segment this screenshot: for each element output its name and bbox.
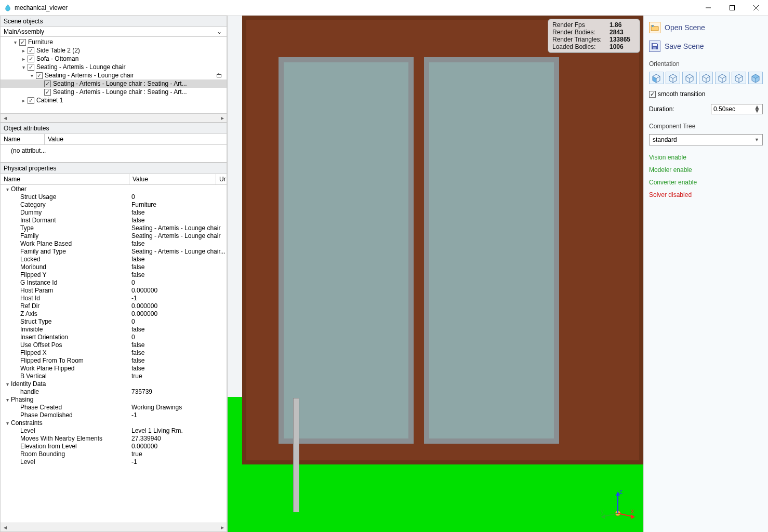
property-row[interactable]: Flipped From To Roomfalse bbox=[1, 356, 227, 364]
property-row[interactable]: Work Plane Flippedfalse bbox=[1, 364, 227, 372]
property-value: 0.000000 bbox=[131, 302, 227, 310]
scroll-left-icon[interactable]: ◂ bbox=[1, 524, 9, 531]
property-row[interactable]: Struct Type0 bbox=[1, 317, 227, 325]
property-row[interactable]: Host Id-1 bbox=[1, 294, 227, 302]
visibility-checkbox[interactable] bbox=[36, 72, 43, 79]
property-group[interactable]: ▾Phasing bbox=[1, 395, 227, 403]
property-value: Seating - Artemis - Lounge chair... bbox=[131, 248, 227, 255]
property-row[interactable]: Insert Orientation0 bbox=[1, 333, 227, 341]
expand-arrow-icon[interactable]: ▸ bbox=[20, 98, 27, 103]
scroll-right-icon[interactable]: ▸ bbox=[218, 114, 227, 122]
duration-input[interactable]: 0.50sec ▲▼ bbox=[711, 104, 763, 114]
save-scene-button[interactable]: Save Scene bbox=[649, 38, 763, 54]
property-row[interactable]: G Instance Id0 bbox=[1, 278, 227, 286]
property-row[interactable]: Dummyfalse bbox=[1, 208, 227, 216]
property-row[interactable]: LevelLevel 1 Living Rm. bbox=[1, 427, 227, 434]
property-value: 0.000000 bbox=[131, 310, 227, 317]
orientation-right-button[interactable] bbox=[699, 72, 713, 84]
attr-col-value[interactable]: Value bbox=[45, 134, 227, 144]
visibility-checkbox[interactable] bbox=[44, 81, 51, 87]
scene-tree[interactable]: ▾Furniture▸Side Table 2 (2)▸Sofa - Ottom… bbox=[0, 37, 227, 114]
spinner-icon[interactable]: ▲▼ bbox=[754, 105, 760, 113]
property-row[interactable]: FamilySeating - Artemis - Lounge chair bbox=[1, 232, 227, 240]
property-row[interactable]: Family and TypeSeating - Artemis - Loung… bbox=[1, 247, 227, 255]
property-row[interactable]: Level-1 bbox=[1, 458, 227, 466]
property-row[interactable]: B Verticaltrue bbox=[1, 372, 227, 380]
phys-col-value[interactable]: Value bbox=[129, 174, 216, 184]
property-name: Category bbox=[1, 201, 131, 208]
tree-item[interactable]: ▾Furniture bbox=[1, 38, 227, 46]
property-row[interactable]: Moribundfalse bbox=[1, 263, 227, 271]
property-group[interactable]: ▾Constraints bbox=[1, 419, 227, 427]
tree-item[interactable]: ▸Side Table 2 (2) bbox=[1, 46, 227, 55]
expand-arrow-icon[interactable]: ▸ bbox=[20, 56, 27, 62]
property-row[interactable]: Inst Dormantfalse bbox=[1, 216, 227, 224]
expand-arrow-icon[interactable]: ▾ bbox=[12, 39, 18, 45]
orientation-iso-button[interactable] bbox=[748, 72, 763, 84]
orientation-back-button[interactable] bbox=[666, 72, 680, 84]
orientation-left-button[interactable] bbox=[682, 72, 697, 84]
property-row[interactable]: Invisiblefalse bbox=[1, 325, 227, 333]
property-name: Type bbox=[1, 224, 131, 232]
orientation-front-button[interactable] bbox=[649, 72, 664, 84]
property-row[interactable]: Phase Demolished-1 bbox=[1, 411, 227, 419]
property-row[interactable]: Flipped Yfalse bbox=[1, 271, 227, 278]
scroll-left-icon[interactable]: ◂ bbox=[1, 114, 9, 122]
property-row[interactable]: Flipped Xfalse bbox=[1, 349, 227, 356]
property-row[interactable]: CategoryFurniture bbox=[1, 201, 227, 208]
tree-item[interactable]: ▸Sofa - Ottoman bbox=[1, 55, 227, 63]
orientation-bottom-button[interactable] bbox=[732, 72, 746, 84]
scroll-right-icon[interactable]: ▸ bbox=[218, 524, 227, 531]
visibility-checkbox[interactable] bbox=[44, 89, 51, 96]
property-row[interactable]: Lockedfalse bbox=[1, 255, 227, 263]
expand-arrow-icon[interactable]: ▾ bbox=[20, 64, 27, 70]
tree-item[interactable]: Seating - Artemis - Lounge chair : Seati… bbox=[1, 88, 227, 96]
visibility-checkbox[interactable] bbox=[28, 47, 34, 54]
phys-col-unit[interactable]: Ur bbox=[216, 174, 227, 184]
tree-horizontal-scrollbar[interactable]: ◂ ▸ bbox=[0, 114, 227, 123]
chevron-down-icon[interactable]: ⌄ bbox=[215, 28, 223, 35]
right-panel: Open Scene Save Scene Orientation smooth… bbox=[643, 16, 768, 532]
window-title: mechanical_viewer bbox=[15, 4, 696, 11]
component-tree-select[interactable]: standard ▼ bbox=[649, 134, 763, 145]
property-row[interactable]: Struct Usage0 bbox=[1, 193, 227, 201]
property-row[interactable]: handle735739 bbox=[1, 388, 227, 395]
window-close-button[interactable] bbox=[744, 0, 768, 16]
tree-item[interactable]: ▸Cabinet 1 bbox=[1, 96, 227, 104]
scene-root-row[interactable]: MainAssembly ⌄ bbox=[0, 27, 227, 37]
tree-item[interactable]: ▾Seating - Artemis - Lounge chair🗀 bbox=[1, 71, 227, 79]
property-row[interactable]: Room Boundingtrue bbox=[1, 450, 227, 458]
expand-arrow-icon[interactable]: ▸ bbox=[20, 48, 27, 54]
smooth-transition-checkbox[interactable] bbox=[649, 91, 656, 98]
visibility-checkbox[interactable] bbox=[28, 56, 34, 62]
expand-arrow-icon[interactable]: ▾ bbox=[29, 73, 35, 78]
property-row[interactable]: Work Plane Basedfalse bbox=[1, 240, 227, 247]
attr-col-name[interactable]: Name bbox=[1, 134, 45, 144]
window-minimize-button[interactable] bbox=[696, 0, 720, 16]
tree-item[interactable]: Seating - Artemis - Lounge chair : Seati… bbox=[1, 79, 227, 88]
3d-viewport[interactable]: Render Fps1.86Render Bodies:2843Render T… bbox=[228, 16, 643, 532]
property-row[interactable]: Moves With Nearby Elements27.339940 bbox=[1, 434, 227, 442]
visibility-checkbox[interactable] bbox=[28, 97, 34, 104]
window-maximize-button[interactable] bbox=[720, 0, 744, 16]
property-row[interactable]: Phase CreatedWorking Drawings bbox=[1, 403, 227, 411]
physical-properties-body[interactable]: ▾OtherStruct Usage0CategoryFurnitureDumm… bbox=[0, 185, 227, 523]
tree-item[interactable]: ▾Seating - Artemis - Lounge chair bbox=[1, 63, 227, 71]
open-scene-button[interactable]: Open Scene bbox=[649, 20, 763, 35]
visibility-checkbox[interactable] bbox=[19, 39, 26, 46]
property-value: 735739 bbox=[131, 388, 227, 395]
property-row[interactable]: Host Param0.000000 bbox=[1, 286, 227, 294]
phys-col-name[interactable]: Name bbox=[1, 174, 129, 184]
property-row[interactable]: Z Axis0.000000 bbox=[1, 310, 227, 317]
visibility-checkbox[interactable] bbox=[28, 64, 34, 71]
property-group[interactable]: ▾Identity Data bbox=[1, 380, 227, 388]
physical-properties-header: Physical properties bbox=[0, 163, 227, 174]
physical-horizontal-scrollbar[interactable]: ◂ ▸ bbox=[0, 523, 227, 532]
axis-gizmo[interactable]: z x y bbox=[600, 487, 636, 524]
property-row[interactable]: Use Offset Posfalse bbox=[1, 341, 227, 349]
property-row[interactable]: Elevation from Level0.000000 bbox=[1, 442, 227, 450]
orientation-top-button[interactable] bbox=[715, 72, 730, 84]
property-group[interactable]: ▾Other bbox=[1, 185, 227, 193]
property-row[interactable]: TypeSeating - Artemis - Lounge chair bbox=[1, 224, 227, 232]
property-row[interactable]: Ref Dir0.000000 bbox=[1, 302, 227, 310]
